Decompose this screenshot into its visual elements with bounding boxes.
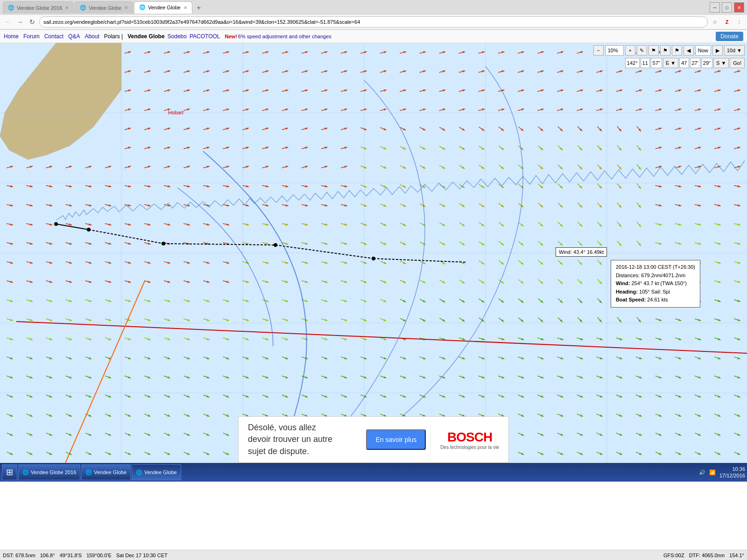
bookmark-button[interactable]: ☆ [710, 17, 720, 27]
go-button[interactable]: Go! [730, 58, 745, 68]
status-right: GFS:00Z DTF: 4065.0nm 154.1° [663, 553, 744, 558]
time-next-button[interactable]: ▶ [712, 45, 723, 56]
coord-lat-min: 27' [690, 58, 700, 68]
status-dst: DST: 678.5nm [3, 553, 35, 558]
status-bar: DST: 678.5nm 106.8° 49°31.8'S 159°00.0'E… [0, 550, 747, 560]
back-button[interactable]: ← [3, 17, 13, 27]
status-gfs: GFS:00Z [663, 553, 684, 558]
status-datetime: Sat Dec 17 10:30 CET [116, 553, 168, 558]
tab-1[interactable]: 🌐 Vendee Globe 2016 ✕ [3, 1, 74, 14]
nav-forum[interactable]: Forum [23, 33, 40, 40]
tab-3[interactable]: 🌐 Vendee Globe ✕ [134, 1, 192, 14]
ad-logo-sub: Des technologies pour la vie [440, 445, 499, 450]
nav-sodebo[interactable]: Sodebo [168, 33, 187, 40]
map-container[interactable]: Hobart − 10% + ✎ ⚑ ⚑ ⚑ ◀ Now ▶ 10d ▼ 142… [0, 43, 747, 463]
time-display: Now [695, 45, 711, 56]
ad-cta-button[interactable]: En savoir plus [366, 429, 426, 450]
nav-links: Home Forum Contact Q&A About Polars | Ve… [4, 33, 716, 40]
coord-lon-min: 11 [641, 58, 650, 68]
taskbar-icons: 🔊 📶 10:36 17/12/2016 [699, 466, 745, 479]
taskbar-network-icon: 📶 [709, 469, 716, 476]
taskbar-app-2-label: Vendee Globe [94, 469, 127, 475]
nav-home[interactable]: Home [4, 33, 19, 40]
coord-lat-deg: 47 [679, 58, 689, 68]
tab-label-1: Vendee Globe 2016 [17, 5, 62, 11]
new-tab-button[interactable]: + [193, 2, 204, 14]
start-button[interactable]: ⊞ [2, 464, 17, 480]
ad-text: Désolé, vous allezdevoir trouver un autr… [239, 417, 361, 462]
days-selector[interactable]: 10d ▼ [724, 45, 745, 56]
clock-time: 10:36 [719, 466, 745, 472]
tab-2[interactable]: 🌐 Vendee Globe ✕ [75, 1, 133, 14]
clock-date: 17/12/2016 [719, 472, 745, 479]
tab-close-3[interactable]: ✕ [183, 5, 187, 10]
nav-qa[interactable]: Q&A [68, 33, 80, 40]
coord-lon-dir[interactable]: E ▼ [663, 58, 678, 68]
coord-lon-deg: 142° [625, 58, 640, 68]
coord-lat-sec: 29" [701, 58, 712, 68]
ad-banner: Désolé, vous allezdevoir trouver un autr… [238, 416, 509, 463]
status-bearing: 154.1° [729, 553, 744, 558]
zoom-out-button[interactable]: − [593, 45, 604, 56]
status-lon: 159°00.0'E [86, 553, 112, 558]
taskbar-clock: 10:36 17/12/2016 [719, 466, 745, 479]
tab-close-1[interactable]: ✕ [65, 5, 69, 10]
window-controls: ─ □ ✕ [710, 2, 744, 13]
flag-button-1[interactable]: ⚑ [648, 45, 659, 56]
tab-close-2[interactable]: ✕ [124, 5, 128, 10]
nav-toolbar: Home Forum Contact Q&A About Polars | Ve… [0, 30, 747, 43]
news-link[interactable]: 6% speed adjustment and other changes [238, 34, 331, 39]
news-label: New! [225, 34, 237, 39]
status-left: DST: 678.5nm 106.8° 49°31.8'S 159°00.0'E… [3, 553, 663, 558]
browser-chrome: 🌐 Vendee Globe 2016 ✕ 🌐 Vendee Globe ✕ 🌐… [0, 0, 747, 30]
address-bar-input[interactable] [39, 16, 708, 28]
close-button[interactable]: ✕ [734, 2, 744, 13]
draw-button[interactable]: ✎ [637, 45, 647, 56]
tab-label-3: Vendee Globe [148, 5, 181, 10]
nav-about[interactable]: About [85, 33, 99, 40]
status-dtf: DTF: 4065.0nm [689, 553, 725, 558]
taskbar-app-3-label: Vendee Globe [144, 469, 177, 475]
maximize-button[interactable]: □ [722, 2, 732, 13]
menu-button[interactable]: ⋮ [734, 17, 744, 27]
nav-contact[interactable]: Contact [44, 33, 63, 40]
nav-brand: Vendee Globe [127, 33, 164, 40]
hobart-label: Hobart [168, 110, 183, 115]
taskbar-app-2[interactable]: 🌐 Vendee Globe [81, 464, 131, 480]
tab-favicon-1: 🌐 [8, 5, 14, 11]
zoom-display: 10% [605, 45, 624, 56]
tab-label-2: Vendee Globe [89, 5, 121, 11]
nav-polars-sep: Polars | [104, 33, 123, 40]
title-bar: 🌐 Vendee Globe 2016 ✕ 🌐 Vendee Globe ✕ 🌐… [0, 0, 747, 15]
minimize-button[interactable]: ─ [710, 2, 720, 13]
donate-button[interactable]: Donate [716, 32, 743, 41]
nav-pacotool[interactable]: PACOTOOL [190, 33, 220, 40]
map-toolbar: − 10% + ✎ ⚑ ⚑ ⚑ ◀ Now ▶ 10d ▼ [593, 45, 745, 56]
wind-arrows-layer [0, 43, 747, 463]
time-prev-button[interactable]: ◀ [684, 45, 694, 56]
coord-lon-sec: 57" [651, 58, 662, 68]
flag-button-3[interactable]: ⚑ [672, 45, 682, 56]
coord-lat-dir[interactable]: S ▼ [713, 58, 729, 68]
taskbar-volume-icon: 🔊 [699, 469, 705, 476]
coord-toolbar: 142° 11 57" E ▼ 47 27' 29" S ▼ Go! [625, 58, 745, 68]
tab-bar: 🌐 Vendee Globe 2016 ✕ 🌐 Vendee Globe ✕ 🌐… [3, 1, 204, 14]
tab-favicon-3: 🌐 [139, 4, 146, 11]
ad-logo-text: BOSCH [447, 430, 492, 445]
zezo-badge[interactable]: Z [722, 17, 732, 27]
tab-favicon-2: 🌐 [80, 5, 86, 11]
status-heading: 106.8° [40, 553, 55, 558]
flag-button-2[interactable]: ⚑ [660, 45, 670, 56]
status-lat: 49°31.8'S [60, 553, 82, 558]
ad-logo: BOSCH Des technologies pour la vie [430, 425, 508, 455]
reload-button[interactable]: ↻ [27, 17, 37, 27]
zoom-in-button[interactable]: + [625, 45, 635, 56]
taskbar-app-3[interactable]: 🌐 Vendee Globe [132, 464, 181, 480]
taskbar: ⊞ 🌐 Vendee Globe 2016 🌐 Vendee Globe 🌐 V… [0, 463, 747, 482]
taskbar-app-1[interactable]: 🌐 Vendee Globe 2016 [18, 464, 80, 480]
forward-button[interactable]: → [15, 17, 25, 27]
taskbar-app-1-label: Vendee Globe 2016 [31, 469, 76, 475]
address-bar-row: ← → ↻ ☆ Z ⋮ [0, 15, 747, 29]
